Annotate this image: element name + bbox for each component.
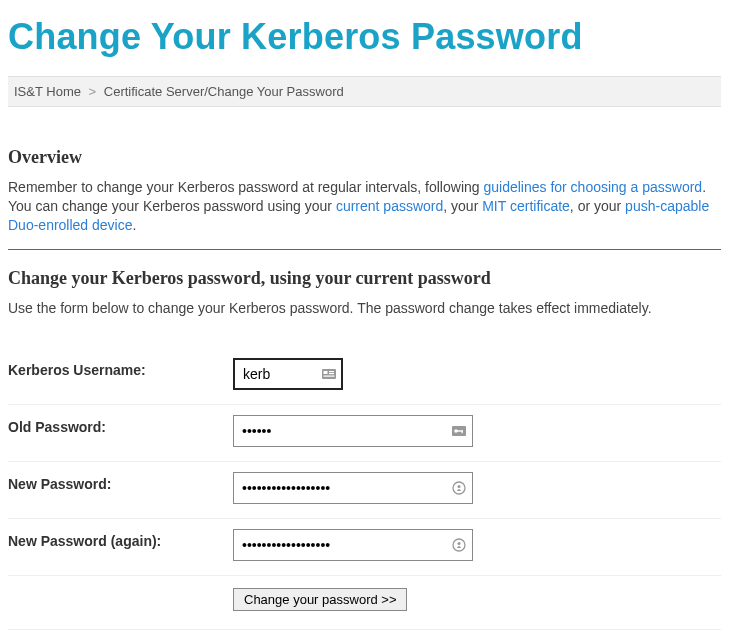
key-icon	[451, 423, 467, 439]
overview-text: .	[133, 217, 137, 233]
guidelines-link[interactable]: guidelines for choosing a password	[483, 179, 702, 195]
mit-certificate-link[interactable]: MIT certificate	[482, 198, 570, 214]
row-new-password-again: New Password (again):	[8, 519, 721, 576]
svg-point-12	[458, 542, 461, 545]
overview-heading: Overview	[8, 147, 721, 168]
form-section-heading: Change your Kerberos password, using you…	[8, 268, 721, 289]
divider	[8, 249, 721, 250]
old-password-label: Old Password:	[8, 415, 233, 435]
breadcrumb: IS&T Home > Certificate Server/Change Yo…	[8, 76, 721, 107]
contact-card-icon	[321, 366, 337, 382]
overview-paragraph: Remember to change your Kerberos passwor…	[8, 178, 721, 235]
row-new-password: New Password:	[8, 462, 721, 519]
submit-row: Change your password >>	[8, 576, 721, 630]
submit-button[interactable]: Change your password >>	[233, 588, 407, 611]
breadcrumb-sep: >	[89, 84, 97, 99]
page-title: Change Your Kerberos Password	[8, 16, 721, 58]
svg-rect-1	[324, 371, 328, 374]
username-label: Kerberos Username:	[8, 358, 233, 378]
svg-rect-3	[329, 373, 334, 374]
new-password-input[interactable]	[233, 472, 473, 504]
svg-rect-2	[329, 371, 334, 372]
new-password-again-label: New Password (again):	[8, 529, 233, 549]
current-password-link[interactable]: current password	[336, 198, 443, 214]
breadcrumb-home[interactable]: IS&T Home	[14, 84, 81, 99]
breadcrumb-path: Certificate Server/Change Your Password	[104, 84, 344, 99]
lock-hint-icon	[451, 537, 467, 553]
row-old-password: Old Password:	[8, 405, 721, 462]
overview-text: Remember to change your Kerberos passwor…	[8, 179, 483, 195]
old-password-input[interactable]	[233, 415, 473, 447]
row-username: Kerberos Username:	[8, 348, 721, 405]
lock-hint-icon	[451, 480, 467, 496]
svg-point-10	[458, 485, 461, 488]
new-password-again-input[interactable]	[233, 529, 473, 561]
new-password-label: New Password:	[8, 472, 233, 492]
form-section-desc: Use the form below to change your Kerber…	[8, 299, 721, 318]
svg-rect-8	[462, 430, 463, 433]
overview-text: , or your	[570, 198, 625, 214]
overview-text: , your	[443, 198, 482, 214]
svg-rect-4	[324, 375, 335, 376]
